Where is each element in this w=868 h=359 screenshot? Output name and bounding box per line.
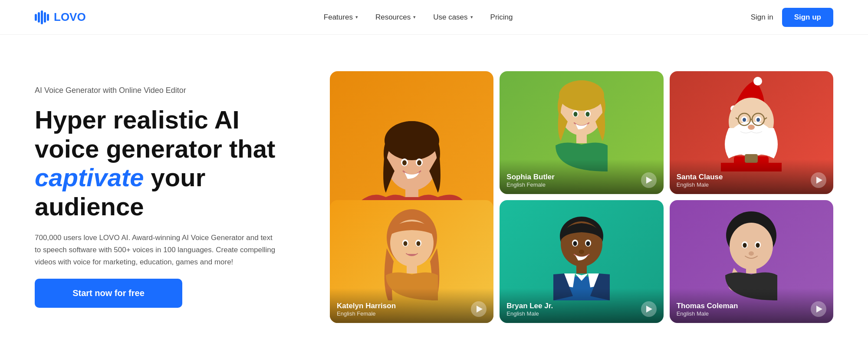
- voice-lang: English Male: [677, 181, 723, 188]
- svg-rect-4: [47, 14, 49, 21]
- headline-text-1: Hyper realistic AI voice generator that: [35, 105, 275, 163]
- svg-point-19: [573, 112, 577, 117]
- voice-name: Sophia Butler: [506, 173, 555, 181]
- svg-point-59: [730, 223, 773, 270]
- voice-lang: English Female: [506, 181, 555, 188]
- svg-rect-0: [35, 14, 37, 21]
- card-info: Katelyn Harrison English Female: [330, 288, 493, 323]
- voice-card-thomas[interactable]: Thomas Coleman English Male: [670, 200, 833, 323]
- voice-card-sophia[interactable]: Sophia Butler English Female: [500, 71, 663, 194]
- card-info: Sophia Butler English Female: [500, 159, 663, 194]
- svg-rect-3: [44, 12, 46, 23]
- voice-lang: English Male: [677, 310, 738, 317]
- svg-point-49: [573, 241, 577, 246]
- voice-card-bryan[interactable]: Bryan Lee Jr. English Male: [500, 200, 663, 323]
- logo-icon: [35, 10, 50, 24]
- nav-features[interactable]: Features ▾: [324, 13, 358, 22]
- cta-button[interactable]: Start now for free: [35, 279, 182, 308]
- sign-up-button[interactable]: Sign up: [782, 8, 833, 27]
- nav-usecases[interactable]: Use cases ▾: [433, 13, 473, 22]
- svg-point-8: [385, 121, 439, 160]
- voice-lang: English Male: [506, 310, 553, 317]
- svg-rect-1: [38, 12, 40, 23]
- play-button[interactable]: [811, 301, 826, 317]
- svg-point-28: [756, 118, 760, 122]
- play-icon: [646, 306, 652, 313]
- svg-point-12: [417, 160, 421, 165]
- voice-name: Bryan Lee Jr.: [506, 302, 553, 310]
- card-text: Santa Clause English Male: [677, 173, 723, 188]
- voice-name: Katelyn Harrison: [337, 302, 396, 310]
- nav-pricing[interactable]: Pricing: [490, 13, 513, 22]
- svg-point-50: [586, 241, 590, 246]
- svg-point-43: [416, 241, 420, 246]
- main-nav: Features ▾ Resources ▾ Use cases ▾ Prici…: [324, 13, 513, 22]
- play-icon: [477, 306, 483, 313]
- card-info: Thomas Coleman English Male: [670, 288, 833, 323]
- play-icon: [816, 177, 822, 184]
- svg-point-62: [743, 243, 747, 248]
- voice-name: Thomas Coleman: [677, 302, 738, 310]
- play-button[interactable]: [641, 172, 657, 188]
- chevron-down-icon: ▾: [355, 14, 358, 20]
- sign-in-link[interactable]: Sign in: [751, 13, 773, 22]
- svg-point-65: [749, 251, 754, 256]
- voice-name: Santa Clause: [677, 173, 723, 181]
- logo[interactable]: LOVO: [35, 10, 86, 24]
- card-text: Thomas Coleman English Male: [677, 302, 738, 317]
- svg-point-42: [403, 241, 407, 246]
- nav-resources[interactable]: Resources ▾: [375, 13, 416, 22]
- main-content: AI Voice Generator with Online Video Edi…: [0, 35, 868, 359]
- play-button[interactable]: [641, 301, 657, 317]
- play-icon: [646, 177, 652, 184]
- chevron-down-icon: ▾: [470, 14, 473, 20]
- voice-lang: English Female: [337, 310, 396, 317]
- play-button[interactable]: [471, 301, 487, 317]
- voice-card-katelyn[interactable]: Katelyn Harrison English Female: [330, 200, 493, 323]
- play-button[interactable]: [811, 172, 826, 188]
- voice-grid: Chloe Woods English Female: [330, 71, 833, 323]
- svg-point-22: [753, 77, 762, 86]
- voice-card-santa[interactable]: Santa Clause English Male: [670, 71, 833, 194]
- play-icon: [816, 306, 822, 313]
- svg-point-63: [756, 243, 760, 248]
- header: LOVO Features ▾ Resources ▾ Use cases ▾ …: [0, 0, 868, 35]
- card-info: Bryan Lee Jr. English Male: [500, 288, 663, 323]
- svg-rect-2: [41, 10, 43, 24]
- svg-point-11: [402, 160, 407, 165]
- svg-point-20: [585, 112, 589, 117]
- card-text: Bryan Lee Jr. English Male: [506, 302, 553, 317]
- hero-headline: Hyper realistic AI voice generator that …: [35, 105, 304, 221]
- card-info: Santa Clause English Male: [670, 159, 833, 194]
- hero-description: 700,000 users love LOVO AI. Award-winnin…: [35, 232, 278, 268]
- hero-section: AI Voice Generator with Online Video Edi…: [35, 86, 304, 308]
- chevron-down-icon: ▾: [413, 14, 416, 20]
- svg-point-27: [743, 118, 746, 122]
- svg-point-34: [748, 125, 755, 130]
- headline-highlight: captivate: [35, 163, 144, 191]
- card-text: Katelyn Harrison English Female: [337, 302, 396, 317]
- logo-text: LOVO: [54, 10, 86, 24]
- card-text: Sophia Butler English Female: [506, 173, 555, 188]
- svg-point-16: [559, 80, 604, 111]
- svg-point-51: [579, 250, 584, 254]
- header-actions: Sign in Sign up: [751, 8, 833, 27]
- hero-subtitle: AI Voice Generator with Online Video Edi…: [35, 86, 304, 95]
